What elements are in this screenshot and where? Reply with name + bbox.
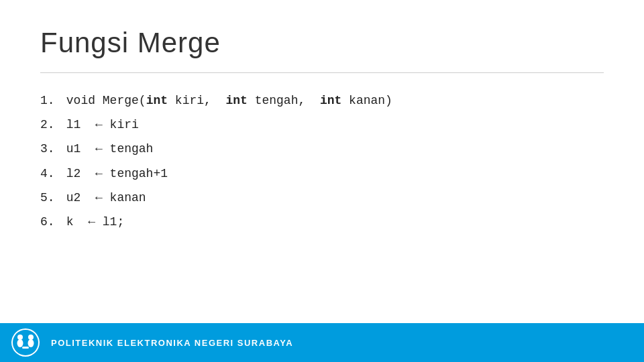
- svg-rect-6: [22, 347, 29, 349]
- code-line-3: 3. u1 ← tengah: [40, 137, 604, 160]
- footer-bar: POLITEKNIK ELEKTRONIKA NEGERI SURABAYA: [0, 323, 644, 362]
- line-num-4: 4.: [40, 162, 59, 185]
- main-content: Fungsi Merge 1. void Merge(int kiri, int…: [0, 0, 644, 322]
- svg-point-1: [13, 330, 38, 355]
- title-divider: [40, 72, 604, 73]
- svg-point-2: [17, 335, 23, 340]
- code-text-1: void Merge(int kiri, int tengah, int kan…: [59, 89, 392, 112]
- line-num-5: 5.: [40, 186, 59, 209]
- line-num-3: 3.: [40, 137, 59, 160]
- code-text-2: l1 ← kiri: [59, 113, 139, 136]
- footer-institution-text: POLITEKNIK ELEKTRONIKA NEGERI SURABAYA: [51, 338, 293, 348]
- pens-logo: [11, 328, 40, 357]
- line-num-2: 2.: [40, 113, 59, 136]
- code-line-5: 5. u2 ← kanan: [40, 186, 604, 209]
- line-num-1: 1.: [40, 89, 59, 112]
- code-line-4: 4. l2 ← tengah+1: [40, 162, 604, 185]
- code-line-2: 2. l1 ← kiri: [40, 113, 604, 136]
- code-block: 1. void Merge(int kiri, int tengah, int …: [40, 89, 604, 233]
- code-text-6: k ← l1;: [59, 210, 124, 233]
- svg-point-3: [17, 339, 23, 347]
- page-title: Fungsi Merge: [40, 27, 604, 59]
- code-text-5: u2 ← kanan: [59, 186, 146, 209]
- code-line-1: 1. void Merge(int kiri, int tengah, int …: [40, 89, 604, 112]
- svg-point-4: [28, 335, 34, 340]
- code-text-4: l2 ← tengah+1: [59, 162, 168, 185]
- svg-point-5: [28, 339, 34, 347]
- code-text-3: u1 ← tengah: [59, 137, 153, 160]
- code-line-6: 6. k ← l1;: [40, 210, 604, 233]
- line-num-6: 6.: [40, 210, 59, 233]
